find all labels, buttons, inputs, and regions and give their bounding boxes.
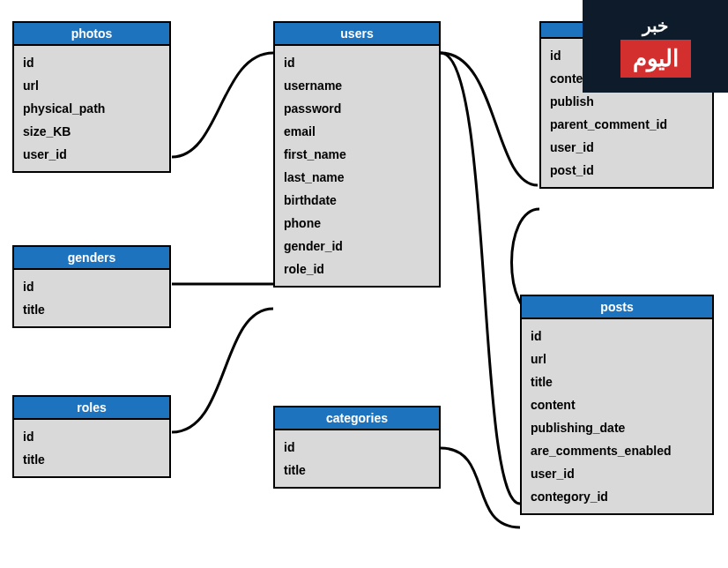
field: username [284, 74, 430, 97]
field: id [23, 425, 160, 448]
field: id [23, 275, 160, 298]
table-users: users id username password email first_n… [273, 21, 441, 288]
field: parent_comment_id [550, 113, 703, 136]
field: role_id [284, 258, 430, 280]
field: password [284, 97, 430, 120]
field: user_id [23, 143, 160, 166]
field: url [531, 348, 703, 370]
table-genders: genders id title [12, 245, 171, 328]
table-genders-header: genders [14, 247, 169, 270]
field: user_id [550, 136, 703, 159]
field: user_id [531, 462, 703, 485]
field: id [284, 436, 430, 459]
table-categories-header: categories [275, 407, 439, 430]
field: title [23, 448, 160, 471]
table-posts-header: posts [522, 296, 712, 319]
field: title [531, 370, 703, 393]
table-posts: posts id url title content publishing_da… [520, 295, 714, 515]
table-photos: photos id url physical_path size_KB user… [12, 21, 171, 173]
field: title [23, 298, 160, 321]
field: email [284, 120, 430, 143]
field: first_name [284, 143, 430, 166]
field: gender_id [284, 235, 430, 258]
field: title [284, 459, 430, 482]
field: last_name [284, 166, 430, 189]
field: post_id [550, 159, 703, 182]
field: url [23, 74, 160, 97]
table-roles-header: roles [14, 397, 169, 420]
field: id [284, 51, 430, 74]
field: id [531, 325, 703, 348]
field: publishing_date [531, 416, 703, 439]
table-photos-header: photos [14, 23, 169, 46]
logo-text-bottom: اليوم [620, 40, 691, 78]
field: contegory_id [531, 485, 703, 508]
field: publish [550, 90, 703, 113]
field: phone [284, 212, 430, 235]
field: physical_path [23, 97, 160, 120]
field: id [23, 51, 160, 74]
logo-text-top: خبر [643, 15, 668, 36]
field: birthdate [284, 189, 430, 212]
field: are_comments_enabled [531, 439, 703, 462]
table-categories: categories id title [273, 406, 441, 489]
table-users-header: users [275, 23, 439, 46]
logo-overlay: خبر اليوم [583, 0, 728, 93]
field: size_KB [23, 120, 160, 143]
field: content [531, 393, 703, 416]
table-roles: roles id title [12, 395, 171, 478]
